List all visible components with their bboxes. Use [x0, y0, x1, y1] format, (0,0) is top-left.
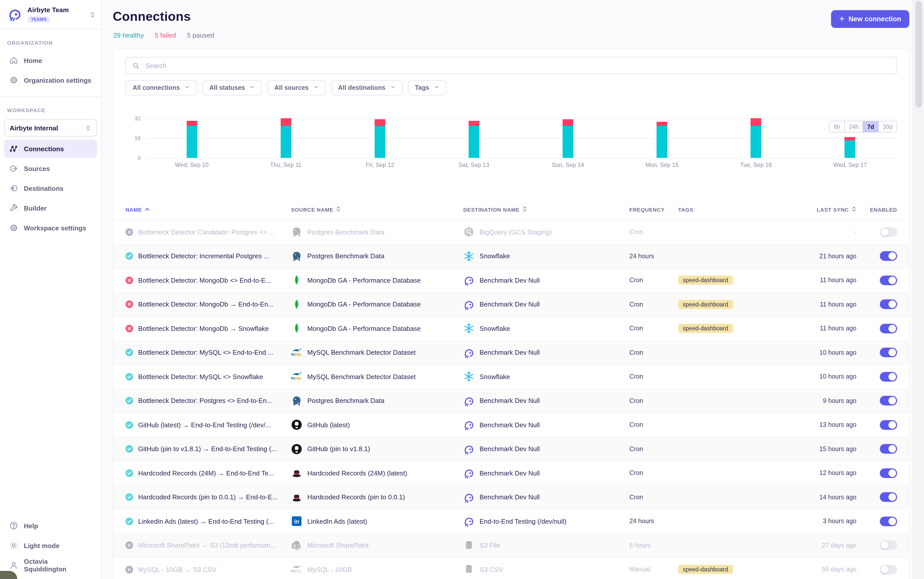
status-failed-icon — [125, 325, 133, 332]
enabled-toggle[interactable] — [880, 372, 897, 382]
column-header-name[interactable]: NAME — [125, 206, 291, 213]
mysql-icon: MySQL. — [291, 564, 302, 575]
workspace-selector[interactable]: Airbyte Internal — [4, 119, 97, 136]
connection-row[interactable]: MySQL - 10GB → S3 CSV MySQL. MySQL - 10G… — [113, 557, 909, 579]
column-header-last_sync[interactable]: LAST SYNC — [778, 206, 857, 213]
mysql-icon: MySQL. — [291, 371, 302, 383]
destination-cell: BigQuery (GCS Staging) — [463, 227, 629, 238]
toggle-knob — [888, 469, 896, 477]
chevron-down-icon — [434, 84, 440, 92]
filter-tags[interactable]: Tags — [408, 80, 446, 95]
connection-row[interactable]: Hardcoded Records (pin to 0.0.1) → End-t… — [113, 485, 909, 509]
toggle-knob — [881, 228, 888, 236]
enabled-toggle[interactable] — [880, 348, 897, 358]
destination-name: Benchmark Dev Null — [479, 276, 540, 284]
sidebar-item-user[interactable]: Octavia Squiddington — [4, 556, 97, 574]
last-sync-cell: 55 days ago — [778, 566, 857, 573]
sidebar-item-light-mode[interactable]: Light mode — [4, 536, 97, 554]
sun-icon — [9, 541, 18, 550]
new-connection-button[interactable]: + New connection — [831, 10, 909, 28]
source-name: GitHub (pin to v1.8.1) — [307, 445, 370, 453]
tag-chip: speed-dashboard — [678, 300, 733, 309]
connection-row[interactable]: Bottleneck Detector: MySQL <> Snowflake … — [113, 364, 909, 388]
connection-row[interactable]: Bottleneck Detector: MongoDb → Snowflake… — [113, 316, 909, 340]
svg-text:MySQL.: MySQL. — [291, 353, 302, 356]
connection-row[interactable]: GitHub (pin to v1.8.1) → End-to-End Test… — [113, 437, 909, 461]
sidebar-item-organization-settings[interactable]: Organization settings — [4, 71, 97, 89]
enabled-cell — [857, 300, 897, 309]
enabled-toggle[interactable] — [880, 324, 897, 334]
enabled-toggle[interactable] — [880, 565, 897, 574]
enabled-toggle[interactable] — [880, 517, 897, 526]
chevron-down-icon — [184, 84, 190, 92]
column-header-destination[interactable]: DESTINATION NAME — [463, 206, 629, 213]
connection-row[interactable]: LinkedIn Ads (latest) → End-to-End Testi… — [113, 509, 909, 533]
filter-all-destinations[interactable]: All destinations — [331, 80, 402, 95]
enabled-toggle[interactable] — [880, 541, 897, 550]
search-bar[interactable] — [125, 57, 897, 74]
connection-row[interactable]: Bottleneck Detector: MongoDb → End-to-En… — [113, 292, 909, 316]
toggle-knob — [888, 325, 896, 332]
destination-name: S3 CSV — [479, 566, 503, 573]
destination-cell: End-to-End Testing (/dev/null) — [463, 516, 629, 527]
enabled-toggle[interactable] — [880, 227, 897, 237]
linkedin-icon: in — [291, 516, 302, 527]
column-header-source[interactable]: SOURCE NAME — [291, 206, 463, 213]
enabled-cell — [857, 324, 897, 334]
enabled-toggle[interactable] — [880, 300, 897, 309]
x-axis-label: Mon, Sep 15 — [645, 162, 678, 168]
frequency-cell: 24 hours — [629, 253, 678, 260]
postgres-icon — [291, 251, 302, 262]
connection-row[interactable]: GitHub (latest) → End-to-End Testing (/d… — [113, 412, 909, 437]
connection-row[interactable]: Bottleneck Detector: MongoDb <> End-to-E… — [113, 268, 909, 292]
connection-row[interactable]: Microsoft SharePoint → S3 (13mb performa… — [113, 533, 909, 557]
destination-cell: Snowflake — [463, 251, 629, 262]
last-sync-cell: 12 hours ago — [778, 469, 857, 477]
enabled-cell — [857, 276, 897, 285]
last-sync-cell: 10 hours ago — [778, 349, 857, 356]
sidebar-item-sources[interactable]: Sources — [4, 159, 97, 178]
filter-all-connections[interactable]: All connections — [125, 80, 197, 95]
toggle-knob — [888, 373, 896, 381]
sidebar-item-help[interactable]: Help — [4, 517, 97, 535]
chart-bar — [469, 121, 479, 158]
connection-name: GitHub (latest) → End-to-End Testing (/d… — [138, 421, 271, 429]
sidebar-item-label: Workspace settings — [24, 224, 86, 232]
airbyte-icon — [463, 347, 474, 358]
enabled-toggle[interactable] — [880, 396, 897, 406]
filter-all-statuses[interactable]: All statuses — [202, 80, 262, 95]
frequency-cell: 6 hours — [629, 542, 678, 549]
org-switcher[interactable]: Airbyte Team TEAMS — [0, 0, 101, 29]
tag-chip: speed-dashboard — [678, 565, 733, 574]
failed-segment — [186, 121, 197, 126]
sidebar-item-home[interactable]: Home — [4, 51, 97, 70]
mongodb-icon — [291, 299, 302, 310]
enabled-toggle[interactable] — [880, 252, 897, 261]
source-cell: MySQL. MySQL Benchmark Detector Dataset — [291, 371, 463, 383]
connection-row[interactable]: Bottleneck Detector: MySQL <> End-to-End… — [113, 340, 909, 364]
connection-row[interactable]: Bottleneck Detector: Postgres <> End-to-… — [113, 388, 909, 412]
enabled-toggle[interactable] — [880, 468, 897, 478]
x-axis-label: Sat, Sep 13 — [459, 162, 489, 168]
sidebar-item-destinations[interactable]: Destinations — [4, 179, 97, 197]
connection-row[interactable]: Hardcoded Records (24M) → End-to-End Te.… — [113, 461, 909, 485]
sharepoint-icon: S — [291, 540, 302, 551]
enabled-cell — [857, 492, 897, 502]
search-input[interactable] — [144, 61, 891, 70]
status-paused-icon — [125, 542, 133, 549]
sidebar-item-workspace-settings[interactable]: Workspace settings — [4, 219, 97, 237]
enabled-toggle[interactable] — [880, 276, 897, 285]
sidebar-item-builder[interactable]: Builder — [4, 199, 97, 217]
filter-all-sources[interactable]: All sources — [268, 80, 326, 95]
scrollbar-thumb[interactable] — [915, 1, 922, 108]
healthy-count: 29 healthy — [113, 31, 144, 39]
scrollbar-track[interactable] — [913, 0, 924, 579]
sidebar-item-connections[interactable]: Connections — [4, 139, 97, 158]
enabled-toggle[interactable] — [880, 492, 897, 502]
enabled-toggle[interactable] — [880, 420, 897, 430]
source-name: MongoDb GA - Performance Database — [307, 276, 421, 284]
enabled-toggle[interactable] — [880, 444, 897, 454]
connection-row[interactable]: Bottleneck Detector Candidate: Postgres … — [113, 220, 909, 244]
connection-row[interactable]: Bottleneck Detector: Incremental Postgre… — [113, 244, 909, 268]
sidebar-item-label: Builder — [24, 204, 47, 212]
